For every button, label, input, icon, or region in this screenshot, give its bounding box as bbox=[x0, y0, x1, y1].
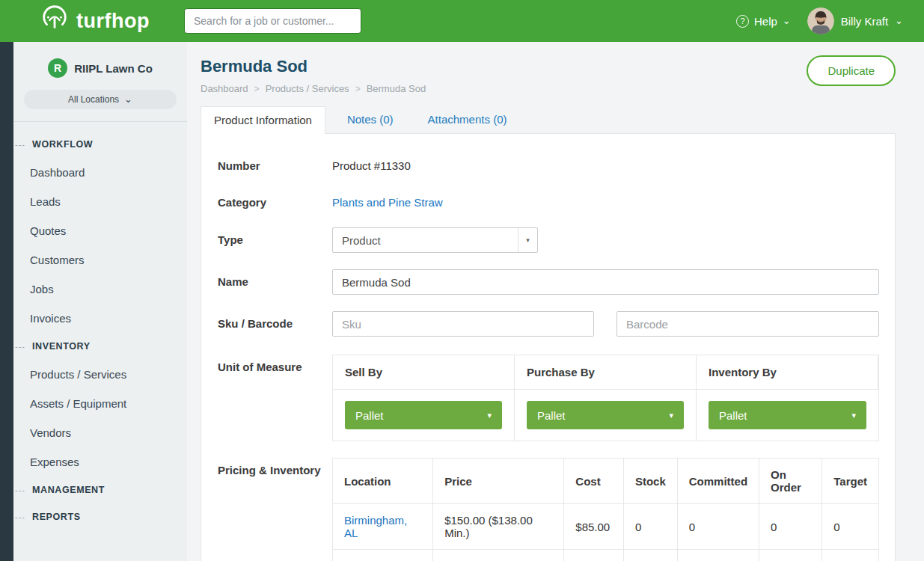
breadcrumb-separator: > bbox=[254, 84, 260, 94]
sku-input[interactable] bbox=[332, 311, 594, 337]
type-row: Type Product ▾ bbox=[218, 227, 879, 253]
chevron-down-icon: ⌄ bbox=[783, 16, 791, 25]
topbar-right: ? Help ⌄ Billy Kraft ⌄ bbox=[736, 7, 903, 34]
chevron-down-icon: ▾ bbox=[851, 411, 856, 420]
category-row: Category Plants and Pine Straw bbox=[218, 190, 879, 209]
pricing-inventory-label: Pricing & Inventory bbox=[218, 458, 332, 561]
breadcrumb-products-services[interactable]: Products / Services bbox=[266, 83, 349, 94]
table-row: Opelika, AL $145.00 ($135.00 Min.) $80.0… bbox=[333, 550, 879, 561]
number-row: Number Product #11330 bbox=[218, 153, 879, 172]
avatar bbox=[807, 7, 834, 34]
turfhop-logo[interactable]: turfhop bbox=[40, 5, 150, 37]
help-menu[interactable]: ? Help ⌄ bbox=[736, 15, 791, 28]
tab-notes[interactable]: Notes (0) bbox=[334, 106, 406, 133]
help-label: Help bbox=[754, 15, 777, 28]
section-workflow: --- WORKFLOW bbox=[13, 131, 187, 158]
section-management[interactable]: --- MANAGEMENT bbox=[13, 476, 187, 503]
global-search bbox=[184, 8, 361, 34]
sidebar-item-vendors[interactable]: Vendors bbox=[13, 418, 187, 447]
company-account[interactable]: R RIIPL Lawn Co bbox=[13, 58, 187, 78]
purchase-by-header: Purchase By bbox=[515, 355, 697, 390]
brand-text: turfhop bbox=[76, 10, 150, 33]
category-label: Category bbox=[218, 190, 332, 209]
chevron-down-icon: ▾ bbox=[487, 411, 492, 420]
table-header-row: Location Price Cost Stock Committed On O… bbox=[333, 459, 879, 504]
unit-of-measure-label: Unit of Measure bbox=[218, 355, 332, 441]
type-label: Type bbox=[218, 227, 332, 253]
company-name: RIIPL Lawn Co bbox=[74, 62, 153, 75]
chevron-down-icon: ⌄ bbox=[124, 94, 132, 104]
sell-by-header: Sell By bbox=[333, 355, 515, 390]
locations-label: All Locations bbox=[68, 94, 119, 105]
tab-product-information[interactable]: Product Information bbox=[201, 106, 325, 134]
sidebar-nav: --- WORKFLOW Dashboard Leads Quotes Cust… bbox=[13, 122, 187, 530]
inventory-by-header: Inventory By bbox=[697, 355, 878, 390]
type-select[interactable]: Product ▾ bbox=[332, 227, 538, 253]
barcode-input[interactable] bbox=[616, 311, 879, 337]
sidebar-item-dashboard[interactable]: Dashboard bbox=[13, 158, 187, 187]
location-link-birmingham[interactable]: Birmingham, AL bbox=[344, 514, 407, 539]
sidebar-item-expenses[interactable]: Expenses bbox=[13, 447, 187, 476]
purchase-by-dropdown[interactable]: Pallet ▾ bbox=[527, 401, 684, 429]
section-reports[interactable]: --- REPORTS bbox=[13, 503, 187, 530]
number-label: Number bbox=[218, 153, 332, 172]
category-link[interactable]: Plants and Pine Straw bbox=[332, 196, 443, 209]
section-dash-icon: --- bbox=[15, 512, 27, 521]
breadcrumb-dashboard[interactable]: Dashboard bbox=[201, 83, 248, 94]
sku-barcode-row: Sku / Barcode bbox=[218, 311, 879, 337]
chevron-down-icon: ▾ bbox=[669, 411, 673, 420]
section-dash-icon: --- bbox=[15, 342, 27, 351]
name-label: Name bbox=[218, 269, 332, 295]
sidebar-item-leads[interactable]: Leads bbox=[13, 187, 187, 216]
chevron-down-icon: ⌄ bbox=[895, 16, 903, 25]
unit-of-measure-grid: Sell By Purchase By Inventory By Pallet … bbox=[332, 355, 879, 441]
table-row: Birmingham, AL $150.00 ($138.00 Min.) $8… bbox=[333, 504, 879, 550]
content-row: R RIIPL Lawn Co All Locations ⌄ --- WORK… bbox=[0, 42, 924, 561]
sku-barcode-label: Sku / Barcode bbox=[218, 311, 332, 337]
number-value: Product #11330 bbox=[332, 153, 879, 172]
pricing-table: Location Price Cost Stock Committed On O… bbox=[332, 458, 879, 561]
locations-dropdown[interactable]: All Locations ⌄ bbox=[24, 90, 177, 109]
sidebar-item-customers[interactable]: Customers bbox=[13, 245, 187, 275]
sidebar-item-invoices[interactable]: Invoices bbox=[13, 304, 187, 333]
breadcrumb-separator: > bbox=[355, 84, 361, 94]
section-dash-icon: --- bbox=[15, 140, 27, 149]
name-input[interactable] bbox=[332, 269, 879, 295]
turfhop-logo-icon bbox=[40, 5, 69, 37]
user-name: Billy Kraft bbox=[841, 15, 888, 28]
pricing-inventory-row: Pricing & Inventory Location Price Cost … bbox=[218, 458, 879, 561]
inventory-by-dropdown[interactable]: Pallet ▾ bbox=[709, 401, 866, 429]
section-inventory: --- INVENTORY bbox=[13, 333, 187, 360]
collapsed-nav-strip bbox=[0, 42, 13, 561]
section-dash-icon: --- bbox=[15, 485, 27, 494]
help-icon: ? bbox=[736, 15, 749, 28]
user-menu[interactable]: Billy Kraft ⌄ bbox=[807, 7, 903, 34]
sidebar-item-assets-equipment[interactable]: Assets / Equipment bbox=[13, 389, 187, 418]
unit-of-measure-row: Unit of Measure Sell By Purchase By Inve… bbox=[218, 355, 879, 441]
sidebar-item-jobs[interactable]: Jobs bbox=[13, 275, 187, 304]
name-row: Name bbox=[218, 269, 879, 295]
sidebar-item-products-services[interactable]: Products / Services bbox=[13, 360, 187, 389]
sell-by-dropdown[interactable]: Pallet ▾ bbox=[345, 401, 502, 429]
main-content: Bermuda Sod Dashboard > Products / Servi… bbox=[187, 42, 924, 561]
page-header: Bermuda Sod Dashboard > Products / Servi… bbox=[201, 42, 924, 94]
tab-attachments[interactable]: Attachments (0) bbox=[415, 106, 520, 133]
tabs: Product Information Notes (0) Attachment… bbox=[201, 106, 924, 133]
topbar: turfhop ? Help ⌄ bbox=[0, 0, 924, 42]
sidebar-item-quotes[interactable]: Quotes bbox=[13, 216, 187, 245]
search-input[interactable] bbox=[184, 8, 361, 34]
breadcrumb-current: Bermuda Sod bbox=[367, 83, 426, 94]
select-arrow-icon: ▾ bbox=[518, 228, 537, 252]
company-badge: R bbox=[48, 58, 67, 78]
product-information-card: Number Product #11330 Category Plants an… bbox=[201, 133, 896, 561]
duplicate-button[interactable]: Duplicate bbox=[807, 55, 896, 86]
sidebar: R RIIPL Lawn Co All Locations ⌄ --- WORK… bbox=[13, 42, 187, 561]
